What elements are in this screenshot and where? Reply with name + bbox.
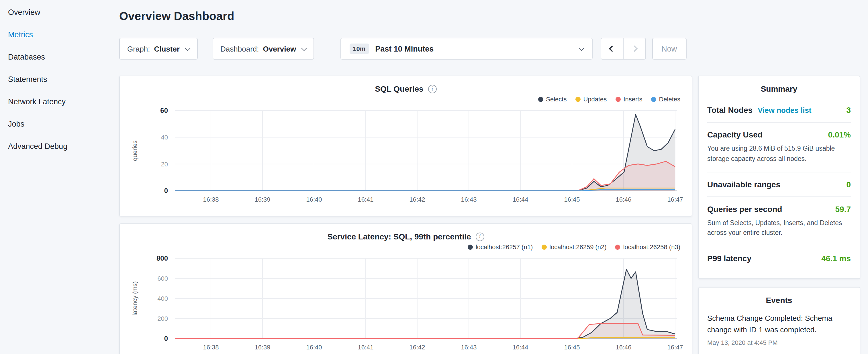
legend-item[interactable]: Inserts: [615, 96, 642, 102]
chart-title: SQL Queries: [375, 84, 423, 93]
summary-stat-description: Sum of Selects, Updates, Inserts, and De…: [707, 218, 851, 238]
event-timestamp: May 13, 2020 at 4:45 PM: [707, 339, 851, 346]
chevron-right-icon: [631, 45, 638, 52]
summary-row: Capacity Used0.01%You are using 28.6 MiB…: [707, 122, 851, 171]
svg-text:16:38: 16:38: [203, 196, 219, 203]
time-range-badge: 10m: [349, 43, 369, 54]
sidebar-item-advanced-debug[interactable]: Advanced Debug: [8, 135, 111, 158]
events-title: Events: [707, 296, 851, 310]
time-range-label: Past 10 Minutes: [375, 44, 434, 53]
svg-text:16:40: 16:40: [306, 344, 322, 351]
legend-dot-icon: [615, 244, 620, 250]
legend-dot-icon: [651, 97, 656, 102]
graph-scope-dropdown[interactable]: Graph: Cluster: [119, 38, 197, 60]
graph-dropdown-value: Cluster: [154, 44, 180, 53]
legend-label: localhost:26259 (n2): [549, 244, 607, 250]
sidebar-item-databases[interactable]: Databases: [8, 46, 111, 68]
legend-item[interactable]: Selects: [538, 96, 566, 102]
legend-item[interactable]: Deletes: [651, 96, 680, 102]
legend-item[interactable]: localhost:26258 (n3): [615, 244, 680, 250]
summary-stat-description: You are using 28.6 MiB of 515.9 GiB usab…: [707, 144, 851, 164]
svg-text:16:46: 16:46: [616, 344, 631, 351]
svg-text:16:41: 16:41: [358, 344, 373, 351]
summary-stat-label: P99 latency: [707, 254, 751, 263]
summary-row: Total NodesView nodes list3: [707, 98, 851, 122]
legend-label: Deletes: [659, 96, 680, 102]
svg-text:16:45: 16:45: [564, 196, 580, 203]
legend-label: localhost:26257 (n1): [476, 244, 533, 250]
svg-text:16:44: 16:44: [513, 344, 528, 351]
dashboard-dropdown-value: Overview: [263, 44, 296, 53]
svg-text:16:43: 16:43: [461, 344, 476, 351]
svg-text:queries: queries: [131, 140, 138, 161]
dashboard-dropdown-label: Dashboard:: [220, 44, 259, 53]
summary-stat-value: 3: [846, 105, 851, 115]
chevron-down-icon: [185, 45, 190, 51]
events-list: Schema Change Completed: Schema change w…: [707, 310, 851, 346]
svg-text:16:38: 16:38: [203, 344, 219, 351]
info-icon[interactable]: i: [428, 85, 437, 93]
summary-row: P99 latency46.1 ms: [707, 246, 851, 271]
chevron-down-icon: [578, 45, 584, 51]
charts-column: SQL Queries i SelectsUpdatesInsertsDelet…: [119, 75, 692, 354]
svg-text:20: 20: [161, 161, 168, 168]
summary-stat-label: Capacity Used: [707, 130, 763, 139]
controls-bar: Graph: Cluster Dashboard: Overview 10m P…: [119, 38, 860, 60]
svg-text:40: 40: [161, 134, 168, 141]
summary-stat-value: 59.7: [835, 204, 851, 213]
legend-item[interactable]: localhost:26257 (n1): [468, 244, 533, 250]
legend-dot-icon: [468, 244, 473, 250]
chart-legend: localhost:26257 (n1)localhost:26259 (n2)…: [128, 242, 684, 252]
legend-label: localhost:26258 (n3): [623, 244, 680, 250]
now-button[interactable]: Now: [652, 38, 686, 60]
app-viewport: OverviewMetricsDatabasesStatementsNetwor…: [0, 0, 868, 354]
svg-text:0: 0: [164, 187, 168, 194]
summary-stat-value: 46.1 ms: [821, 254, 851, 263]
legend-dot-icon: [538, 97, 543, 102]
legend-item[interactable]: Updates: [575, 96, 607, 102]
legend-label: Inserts: [623, 96, 642, 102]
service-latency-chart[interactable]: 16:3816:3916:4016:4116:4216:4316:4416:45…: [128, 253, 684, 354]
sql-queries-chart[interactable]: 16:3816:3916:4016:4116:4216:4316:4416:45…: [128, 105, 684, 207]
sidebar-item-statements[interactable]: Statements: [8, 68, 111, 91]
time-forward-button[interactable]: [623, 38, 646, 60]
summary-rows: Total NodesView nodes list3Capacity Used…: [707, 98, 851, 271]
legend-dot-icon: [615, 97, 620, 102]
svg-text:16:43: 16:43: [461, 196, 476, 203]
event-text: Schema Change Completed: Schema change w…: [707, 313, 851, 336]
summary-panel: Summary Total NodesView nodes list3Capac…: [698, 75, 860, 279]
info-icon[interactable]: i: [476, 232, 484, 241]
summary-stat-value: 0.01%: [828, 130, 851, 139]
legend-item[interactable]: localhost:26259 (n2): [541, 244, 607, 250]
summary-stat-value: 0: [846, 180, 851, 189]
time-back-button[interactable]: [600, 38, 623, 60]
svg-text:16:47: 16:47: [667, 196, 683, 203]
svg-text:200: 200: [157, 315, 168, 322]
time-range-selector[interactable]: 10m Past 10 Minutes: [340, 38, 592, 60]
summary-row: Unavailable ranges0: [707, 171, 851, 196]
chart-title: Service Latency: SQL, 99th percentile: [327, 232, 471, 241]
summary-title: Summary: [707, 84, 851, 98]
page-title: Overview Dashboard: [119, 10, 860, 23]
legend-dot-icon: [541, 244, 547, 250]
svg-text:800: 800: [156, 254, 168, 262]
service-latency-chart-panel: Service Latency: SQL, 99th percentile i …: [119, 223, 692, 354]
view-nodes-list-link[interactable]: View nodes list: [758, 106, 811, 115]
events-panel: Events Schema Change Completed: Schema c…: [698, 287, 860, 354]
sidebar-item-overview[interactable]: Overview: [8, 1, 111, 24]
dashboard-dropdown[interactable]: Dashboard: Overview: [212, 38, 314, 60]
sidebar-item-jobs[interactable]: Jobs: [8, 113, 111, 135]
main-content: Overview Dashboard Graph: Cluster Dashbo…: [111, 0, 868, 354]
svg-text:400: 400: [157, 295, 168, 302]
svg-text:16:40: 16:40: [306, 196, 322, 203]
summary-stat-label: Total Nodes: [707, 105, 752, 115]
legend-label: Selects: [546, 96, 566, 102]
time-pager: [600, 38, 646, 60]
svg-text:16:42: 16:42: [409, 196, 425, 203]
graph-dropdown-label: Graph:: [127, 44, 150, 53]
sidebar-item-network-latency[interactable]: Network Latency: [8, 91, 111, 113]
svg-text:0: 0: [164, 334, 168, 342]
svg-text:16:46: 16:46: [616, 196, 631, 203]
svg-text:16:44: 16:44: [513, 196, 528, 203]
sidebar-item-metrics[interactable]: Metrics: [8, 24, 111, 46]
